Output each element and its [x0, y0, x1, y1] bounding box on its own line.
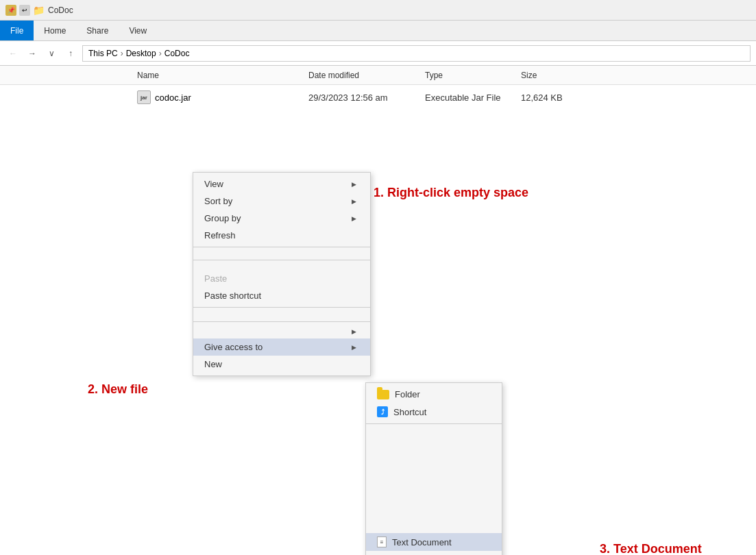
path-segment-2[interactable]: CoDoc	[164, 49, 190, 58]
menu-item-sort-by[interactable]: Sort by	[193, 193, 370, 210]
annotation-step3: 3. Text Document	[600, 542, 702, 555]
new-submenu: Folder ⤴ Shortcut ≡ Text Document	[365, 382, 502, 555]
undo-icon: ↩	[19, 5, 30, 16]
tab-home[interactable]: Home	[34, 21, 76, 40]
main-content: Name Date modified Type Size jar codoc.j…	[0, 66, 756, 555]
col-header-size[interactable]: Size	[521, 71, 589, 80]
file-date: 29/3/2023 12:56 am	[308, 92, 425, 103]
col-header-date[interactable]: Date modified	[308, 71, 425, 80]
folder-icon-title: 📁	[33, 5, 44, 16]
table-row[interactable]: jar codoc.jar 29/3/2023 12:56 am Executa…	[137, 88, 756, 107]
submenu-textdoc-label: Text Document	[392, 537, 452, 547]
menu-item-paste-shortcut[interactable]: Paste	[193, 270, 370, 287]
menu-item-properties[interactable]: New	[193, 356, 370, 373]
address-bar: ← → ∨ ↑ This PC › Desktop › CoDoc	[0, 41, 756, 66]
submenu-item-shortcut[interactable]: ⤴ Shortcut	[366, 403, 502, 421]
submenu-separator	[366, 423, 502, 424]
title-bar: 📌 ↩ 📁 CoDoc	[0, 0, 756, 21]
context-menu: View Sort by Group by Refresh Paste Past…	[193, 172, 371, 376]
tab-share[interactable]: Share	[76, 21, 119, 40]
menu-item-give-access[interactable]	[193, 325, 370, 338]
col-header-type[interactable]: Type	[425, 71, 521, 80]
path-segment-1[interactable]: Desktop	[126, 49, 156, 58]
shortcut-icon-sm: ⤴	[377, 406, 388, 417]
file-area: jar codoc.jar 29/3/2023 12:56 am Executa…	[0, 85, 756, 110]
submenu-item-folder[interactable]: Folder	[366, 386, 502, 403]
column-headers: Name Date modified Type Size	[0, 66, 756, 85]
menu-item-view[interactable]: View	[193, 175, 370, 193]
address-path[interactable]: This PC › Desktop › CoDoc	[82, 45, 751, 62]
annotation-step1: 1. Right-click empty space	[374, 186, 528, 200]
menu-item-customize[interactable]	[193, 250, 370, 257]
menu-item-paste[interactable]	[193, 263, 370, 270]
file-size: 12,624 KB	[521, 92, 589, 103]
tab-view[interactable]: View	[119, 21, 157, 40]
annotation-step2: 2. New file	[88, 382, 148, 397]
up-button[interactable]: ↑	[63, 46, 78, 61]
menu-item-group-by[interactable]: Group by	[193, 210, 370, 227]
path-sep-2: ›	[159, 49, 162, 58]
submenu-item-textdoc[interactable]: ≡ Text Document	[366, 533, 502, 551]
menu-separator-1	[193, 247, 370, 247]
col-header-name[interactable]: Name	[137, 71, 308, 80]
down-button[interactable]: ∨	[44, 46, 59, 61]
title-bar-icons: 📌 ↩ 📁	[5, 5, 44, 16]
file-type: Executable Jar File	[425, 92, 521, 103]
path-segment-0[interactable]: This PC	[88, 49, 118, 58]
tab-file[interactable]: File	[0, 21, 34, 40]
submenu-shortcut-label: Shortcut	[393, 407, 426, 417]
ribbon-tabs: File Home Share View	[0, 21, 756, 41]
menu-separator-2	[193, 260, 370, 260]
textdoc-icon-sm: ≡	[377, 536, 387, 547]
file-icon: jar	[137, 90, 151, 104]
forward-button[interactable]: →	[25, 46, 40, 61]
menu-separator-4	[193, 321, 370, 322]
path-sep-1: ›	[121, 49, 123, 58]
back-button[interactable]: ←	[5, 46, 21, 61]
file-name: codoc.jar	[155, 92, 308, 103]
folder-icon-sm	[377, 390, 389, 399]
pin-icon: 📌	[5, 5, 16, 16]
submenu-folder-label: Folder	[395, 389, 420, 399]
menu-item-new[interactable]: Give access to	[193, 338, 370, 356]
title-bar-text: CoDoc	[48, 5, 73, 15]
menu-separator-3	[193, 307, 370, 308]
menu-item-undo-move[interactable]: Paste shortcut	[193, 287, 370, 304]
menu-item-refresh[interactable]: Refresh	[193, 227, 370, 244]
